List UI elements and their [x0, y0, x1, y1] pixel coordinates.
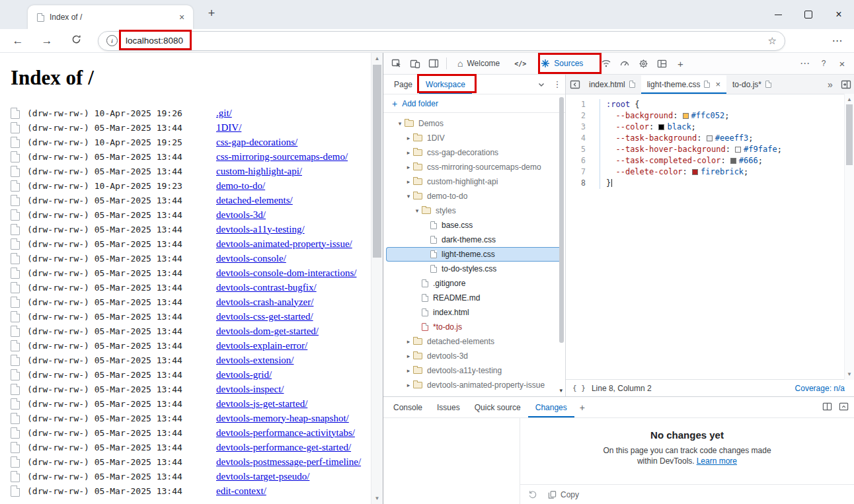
- tab-quick-source[interactable]: Quick source: [467, 398, 528, 417]
- tab-page[interactable]: Page: [387, 75, 419, 94]
- tree-item-1DIV[interactable]: ▸1DIV: [383, 131, 565, 145]
- directory-link[interactable]: demo-to-do/: [216, 180, 265, 192]
- code-line[interactable]: 3 --color: black;: [566, 122, 854, 133]
- editor-tab-to-do-js[interactable]: to-do.js*: [726, 75, 777, 94]
- tree-item-css-mirroring-sourcemaps-demo[interactable]: ▸css-mirroring-sourcemaps-demo: [383, 160, 565, 174]
- dock-panel-button[interactable]: [424, 53, 443, 74]
- new-tab-button[interactable]: +: [204, 7, 219, 20]
- inspect-button[interactable]: [387, 53, 406, 74]
- color-swatch[interactable]: [658, 124, 664, 130]
- chevron-expanded-icon[interactable]: ▾: [404, 193, 413, 199]
- copy-button[interactable]: Copy: [548, 490, 579, 499]
- tree-item-README.md[interactable]: README.md: [383, 291, 565, 305]
- directory-link[interactable]: devtools-postmessage-perf-timeline/: [216, 456, 361, 468]
- directory-link[interactable]: devtools-console/: [216, 253, 286, 264]
- tab-welcome[interactable]: ⌂ Welcome: [450, 53, 507, 74]
- scroll-down-icon[interactable]: ▼: [371, 495, 383, 501]
- split-drawer-button[interactable]: [822, 402, 832, 414]
- revert-button[interactable]: [528, 489, 537, 501]
- directory-link[interactable]: devtools-performance-activitytabs/: [216, 427, 355, 439]
- page-scrollbar-thumb[interactable]: [373, 65, 381, 258]
- directory-link[interactable]: edit-context/: [216, 486, 266, 497]
- directory-link[interactable]: devtools-explain-error/: [216, 340, 307, 351]
- tree-item-devtools-3d[interactable]: ▸devtools-3d: [383, 349, 565, 363]
- scroll-up-icon[interactable]: ▲: [845, 96, 854, 102]
- tab-close-icon[interactable]: ×: [715, 79, 720, 89]
- tab-console[interactable]: Console: [386, 398, 430, 417]
- tree-item-light-theme.css[interactable]: light-theme.css: [386, 247, 563, 262]
- directory-link[interactable]: .git/: [216, 108, 232, 119]
- chevron-collapsed-icon[interactable]: ▸: [404, 367, 413, 374]
- line-number[interactable]: 8: [566, 178, 590, 189]
- chevron-collapsed-icon[interactable]: ▸: [404, 338, 413, 345]
- directory-link[interactable]: devtools-memory-heap-snapshot/: [216, 413, 349, 424]
- directory-link[interactable]: devtools-performance-get-started/: [216, 442, 351, 453]
- directory-link[interactable]: detached-elements/: [216, 195, 293, 206]
- learn-more-link[interactable]: Learn more: [697, 456, 737, 466]
- color-swatch[interactable]: [707, 135, 713, 141]
- browser-settings-button[interactable]: ⋯: [828, 34, 847, 47]
- browser-tab[interactable]: Index of / ×: [28, 5, 193, 29]
- code-line[interactable]: 2 --background: #ffc052;: [566, 110, 854, 122]
- address-text[interactable]: localhost:8080: [126, 36, 183, 46]
- chevron-collapsed-icon[interactable]: ▸: [404, 382, 413, 388]
- add-drawer-tab-button[interactable]: +: [574, 402, 590, 413]
- tree-scroll-down-icon[interactable]: ▾: [559, 387, 563, 394]
- code-line[interactable]: 1:root {: [566, 99, 854, 110]
- favorite-star-icon[interactable]: ☆: [768, 35, 777, 47]
- pretty-print-icon[interactable]: { }: [572, 384, 586, 392]
- close-window-button[interactable]: ×: [824, 0, 854, 29]
- directory-link[interactable]: devtools-js-get-started/: [216, 398, 307, 410]
- refresh-button[interactable]: [66, 34, 86, 48]
- tree-item-base.css[interactable]: base.css: [383, 218, 565, 233]
- tree-item-devtools-a11y-testing[interactable]: ▸devtools-a11y-testing: [383, 363, 565, 378]
- maximize-button[interactable]: [793, 0, 824, 29]
- tree-item-css-gap-decorations[interactable]: ▸css-gap-decorations: [383, 145, 565, 160]
- tree-item-styles[interactable]: ▾styles: [383, 203, 565, 218]
- info-icon[interactable]: i: [106, 35, 118, 46]
- color-swatch[interactable]: [692, 169, 698, 175]
- tree-item-devtools-animated-property-issue[interactable]: ▸devtools-animated-property-issue: [383, 378, 565, 392]
- directory-link[interactable]: devtools-console-dom-interactions/: [216, 268, 356, 279]
- tab-close-icon[interactable]: ×: [176, 12, 188, 22]
- directory-link[interactable]: devtools-extension/: [216, 355, 293, 366]
- back-button[interactable]: ←: [8, 34, 28, 48]
- line-number[interactable]: 4: [566, 133, 590, 144]
- directory-link[interactable]: css-mirroring-sourcemaps-demo/: [216, 151, 348, 162]
- tab-list-button[interactable]: [567, 75, 583, 94]
- chevron-expanded-icon[interactable]: ▾: [395, 120, 405, 127]
- line-number[interactable]: 5: [566, 144, 590, 155]
- dock-editor-button[interactable]: [838, 75, 854, 94]
- forward-button[interactable]: →: [37, 34, 57, 48]
- directory-link[interactable]: devtools-dom-get-started/: [216, 326, 319, 337]
- tree-item-detached-elements[interactable]: ▸detached-elements: [383, 334, 565, 349]
- editor-tab-light-theme-css[interactable]: light-theme.css ×: [641, 75, 726, 94]
- devtools-help-button[interactable]: ?: [814, 53, 833, 74]
- tree-item-index.html[interactable]: index.html: [383, 305, 565, 320]
- add-folder-button[interactable]: + Add folder: [383, 94, 565, 113]
- scroll-up-icon[interactable]: ▲: [371, 55, 383, 61]
- color-swatch[interactable]: [683, 113, 689, 119]
- line-number[interactable]: 6: [566, 155, 590, 166]
- navigator-scrollbar-thumb[interactable]: [559, 97, 564, 343]
- expand-drawer-button[interactable]: [839, 402, 849, 414]
- chevron-expanded-icon[interactable]: ▾: [412, 207, 422, 214]
- directory-link[interactable]: devtools-a11y-testing/: [216, 224, 305, 235]
- tree-item-.gitignore[interactable]: .gitignore: [383, 276, 565, 291]
- scroll-down-icon[interactable]: ▼: [845, 371, 854, 377]
- device-emulation-button[interactable]: [406, 53, 424, 74]
- code-line[interactable]: 8}: [566, 178, 854, 189]
- devtools-close-button[interactable]: ×: [833, 53, 851, 74]
- page-scrollbar[interactable]: ▲ ▼: [371, 53, 383, 504]
- code-line[interactable]: 5 --task-hover-background: #f9fafe;: [566, 144, 854, 155]
- directory-link[interactable]: css-gap-decorations/: [216, 137, 297, 148]
- directory-link[interactable]: devtools-target-pseudo/: [216, 471, 309, 482]
- editor-scrollbar-thumb[interactable]: [846, 104, 853, 165]
- chevron-collapsed-icon[interactable]: ▸: [404, 149, 413, 156]
- application-button[interactable]: [634, 53, 652, 74]
- line-number[interactable]: 7: [566, 166, 590, 178]
- navigator-overflow-button[interactable]: [533, 75, 549, 94]
- directory-link[interactable]: devtools-3d/: [216, 209, 266, 221]
- tab-issues[interactable]: Issues: [430, 398, 467, 417]
- navigator-menu-button[interactable]: ⋮: [549, 75, 565, 94]
